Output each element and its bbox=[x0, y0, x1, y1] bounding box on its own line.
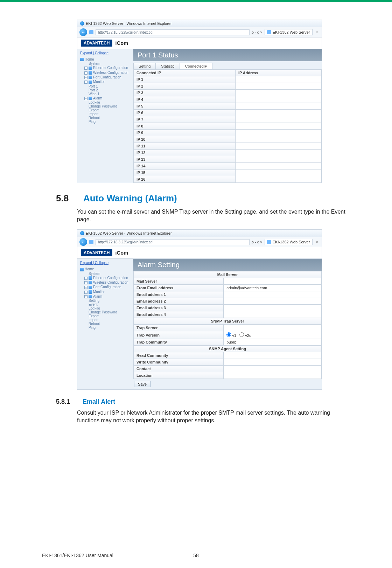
row-from-email: From Email address bbox=[134, 285, 224, 291]
email4-input[interactable] bbox=[224, 311, 322, 318]
search-controls[interactable]: ρ - c × bbox=[252, 30, 262, 34]
read-community-input[interactable] bbox=[224, 352, 322, 359]
close-tab-icon[interactable]: × bbox=[315, 240, 320, 244]
tree-reboot[interactable]: Reboot bbox=[80, 322, 131, 326]
expand-collapse[interactable]: Expand | Collapse bbox=[80, 261, 131, 265]
expand-icon[interactable]: − bbox=[84, 295, 88, 298]
tree-system[interactable]: System bbox=[80, 62, 131, 65]
col-connected-ip: Connected IP bbox=[134, 70, 236, 76]
email3-input[interactable] bbox=[224, 305, 322, 311]
save-button[interactable]: Save bbox=[134, 381, 150, 387]
expand-icon[interactable]: + bbox=[84, 76, 88, 79]
table-row: IP 15 bbox=[134, 169, 236, 176]
home-icon bbox=[80, 268, 84, 271]
expand-icon[interactable]: + bbox=[84, 281, 88, 284]
contact-input[interactable] bbox=[224, 366, 322, 372]
search-controls[interactable]: ρ - c × bbox=[252, 240, 262, 244]
subsection-heading: 5.8.1 Email Alert bbox=[56, 398, 350, 406]
url-field[interactable]: http://172.18.3.225/cgi-bin/index.cgi bbox=[96, 239, 250, 245]
write-community-input[interactable] bbox=[224, 359, 322, 366]
expand-icon[interactable]: + bbox=[84, 97, 88, 100]
tree-wlan1[interactable]: Wlan 1 bbox=[80, 92, 131, 96]
table-row: IP 7 bbox=[134, 116, 236, 123]
panel-title: Alarm Setting bbox=[133, 259, 322, 271]
trap-community-input[interactable]: public bbox=[224, 339, 322, 346]
tree-system[interactable]: System bbox=[80, 272, 131, 276]
row-trap-server: Trap Server bbox=[134, 325, 224, 331]
row-trap-version: Trap Version bbox=[134, 331, 224, 339]
tree-home[interactable]: Home bbox=[80, 57, 131, 62]
from-email-input[interactable]: admin@advantech.com bbox=[224, 285, 322, 291]
tab-statistic[interactable]: Statistic bbox=[156, 63, 180, 69]
location-input[interactable] bbox=[224, 372, 322, 379]
expand-icon[interactable]: + bbox=[84, 67, 88, 70]
screenshot-alarm-setting: EKI-1362 Web Server - Windows Internet E… bbox=[77, 229, 322, 390]
tree-logfile[interactable]: LogFile bbox=[80, 306, 131, 310]
tree-export[interactable]: Export bbox=[80, 108, 131, 112]
expand-icon[interactable]: + bbox=[84, 71, 88, 75]
tab-setting[interactable]: Setting bbox=[133, 63, 156, 69]
tree-port-config[interactable]: +Port Configuration bbox=[80, 285, 131, 289]
radio-v2c[interactable]: v2c bbox=[239, 333, 251, 338]
tree-wireless[interactable]: +Wireless Configuration bbox=[80, 280, 131, 285]
screenshot-port-status: EKI-1362 Web Server - Windows Internet E… bbox=[77, 20, 322, 183]
close-tab-icon[interactable]: × bbox=[315, 30, 320, 34]
tree-alarm[interactable]: −Alarm bbox=[80, 294, 131, 299]
mail-server-input[interactable] bbox=[224, 278, 322, 285]
tab-connectedip[interactable]: ConnectedIP bbox=[180, 63, 213, 69]
tree-reboot[interactable]: Reboot bbox=[80, 116, 131, 120]
window-title: EKI-1362 Web Server - Windows Internet E… bbox=[86, 231, 172, 235]
tree-change-password[interactable]: Change Password bbox=[80, 104, 131, 108]
sidebar: Expand | Collapse Home System +Ethernet … bbox=[77, 49, 133, 183]
tree-ping[interactable]: Ping bbox=[80, 120, 131, 124]
home-icon bbox=[80, 58, 84, 61]
expand-icon[interactable]: + bbox=[84, 286, 88, 289]
tree-ethernet[interactable]: +Ethernet Configuration bbox=[80, 65, 131, 70]
tree-logfile[interactable]: LogFile bbox=[80, 101, 131, 104]
tree-port2[interactable]: Port 2 bbox=[80, 88, 131, 92]
tree-alarm[interactable]: +Alarm bbox=[80, 96, 131, 101]
tree-wireless[interactable]: +Wireless Configuration bbox=[80, 70, 131, 75]
table-row: IP 3 bbox=[134, 90, 236, 96]
panel-title: Port 1 Status bbox=[133, 49, 322, 61]
expand-icon[interactable]: + bbox=[84, 291, 88, 294]
table-row: IP 1 bbox=[134, 76, 236, 83]
radio-v1[interactable]: v1 bbox=[226, 333, 236, 338]
section-body: You can set the e-mail server and SNMP T… bbox=[77, 208, 350, 223]
back-button[interactable]: ← bbox=[79, 28, 87, 36]
tree-monitor[interactable]: −Monitor bbox=[80, 79, 131, 84]
footer-left: EKI-1361/EKI-1362 User Manual bbox=[42, 553, 113, 558]
tree-alarm-event[interactable]: Event bbox=[80, 303, 131, 306]
expand-collapse[interactable]: Expand | Collapse bbox=[80, 51, 131, 55]
table-row: IP 6 bbox=[134, 110, 236, 116]
email2-input[interactable] bbox=[224, 298, 322, 305]
tree-export[interactable]: Export bbox=[80, 314, 131, 318]
email1-input[interactable] bbox=[224, 291, 322, 298]
browser-tab[interactable]: EKI-1362 Web Server bbox=[265, 29, 313, 35]
favicon-icon bbox=[89, 30, 93, 34]
folder-icon bbox=[89, 76, 92, 79]
tree-port-config[interactable]: +Port Configuration bbox=[80, 75, 131, 79]
tree-import[interactable]: Import bbox=[80, 318, 131, 322]
trap-server-input[interactable] bbox=[224, 325, 322, 331]
table-row: IP 11 bbox=[134, 143, 236, 150]
tree-home[interactable]: Home bbox=[80, 267, 131, 271]
browser-tab[interactable]: EKI-1362 Web Server bbox=[265, 239, 313, 245]
tree-ethernet[interactable]: +Ethernet Configuration bbox=[80, 276, 131, 280]
tree-import[interactable]: Import bbox=[80, 112, 131, 116]
back-button[interactable]: ← bbox=[79, 238, 87, 246]
table-row: IP 9 bbox=[134, 130, 236, 136]
tree-alarm-setting[interactable]: Setting bbox=[80, 299, 131, 303]
url-field[interactable]: http://172.18.3.225/cgi-bin/index.cgi bbox=[96, 29, 250, 35]
window-title-bar: EKI-1362 Web Server - Windows Internet E… bbox=[77, 20, 322, 27]
page-number: 58 bbox=[193, 553, 199, 558]
expand-icon[interactable]: + bbox=[84, 277, 88, 280]
window-title: EKI-1362 Web Server - Windows Internet E… bbox=[86, 21, 172, 26]
row-contact: Contact bbox=[134, 366, 224, 372]
tree-ping[interactable]: Ping bbox=[80, 326, 131, 330]
tree-port1[interactable]: Port 1 bbox=[80, 84, 131, 88]
tree-change-password[interactable]: Change Password bbox=[80, 310, 131, 314]
subsection-body: Consult your ISP or Network Administrato… bbox=[77, 409, 350, 424]
tree-monitor[interactable]: +Monitor bbox=[80, 290, 131, 294]
expand-icon[interactable]: − bbox=[84, 81, 88, 84]
